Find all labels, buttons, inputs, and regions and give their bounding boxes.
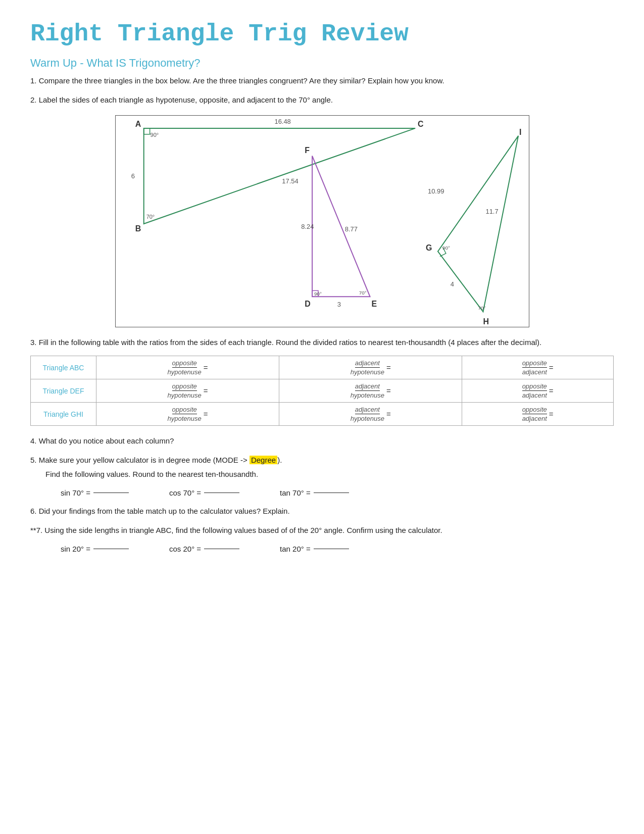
- question-5: 5. Make sure your yellow calculator is i…: [30, 454, 614, 480]
- question-7: **7. Using the side lengths in triangle …: [30, 524, 614, 536]
- question-3: 3. Fill in the following table with the …: [30, 336, 614, 349]
- svg-text:E: E: [371, 300, 377, 308]
- table-row-def: Triangle DEF opposite hypotenuse = adjac…: [31, 379, 614, 403]
- svg-text:8.24: 8.24: [301, 223, 314, 230]
- page-title: Right Triangle Trig Review: [30, 20, 614, 47]
- svg-text:G: G: [426, 243, 432, 252]
- svg-text:B: B: [135, 224, 141, 233]
- abc-col3: opposite adjacent =: [468, 359, 607, 376]
- svg-text:F: F: [305, 146, 310, 155]
- sin70-blank[interactable]: [93, 493, 129, 493]
- svg-text:A: A: [135, 120, 141, 128]
- svg-text:70°: 70°: [146, 214, 155, 220]
- sin70-item: sin 70° =: [61, 488, 129, 497]
- svg-rect-1: [143, 128, 150, 134]
- svg-text:17.54: 17.54: [282, 177, 298, 185]
- tan20-label: tan 20° =: [280, 545, 311, 553]
- cos70-item: cos 70° =: [169, 488, 239, 497]
- triangle-diagram: A B C 90° 70° 6 16.48 17.54 D E F 90° 70…: [115, 115, 529, 327]
- abc-col2: adjacent hypotenuse =: [285, 359, 456, 376]
- triangle-abc-label: Triangle ABC: [43, 364, 84, 372]
- sin20-label: sin 20° =: [61, 545, 90, 553]
- tan20-item: tan 20° =: [280, 545, 349, 553]
- q5-text-a: 5. Make sure your yellow calculator is i…: [30, 456, 250, 464]
- tan70-blank[interactable]: [314, 493, 349, 493]
- svg-text:10.99: 10.99: [428, 187, 444, 195]
- svg-marker-20: [437, 136, 518, 312]
- degree-highlight: Degree: [250, 456, 277, 464]
- table-row-ghi: Triangle GHI opposite hypotenuse = adjac…: [31, 403, 614, 426]
- sin20-item: sin 20° =: [61, 545, 129, 553]
- svg-text:C: C: [418, 120, 424, 128]
- question-4: 4. What do you notice about each column?: [30, 435, 614, 447]
- svg-text:90°: 90°: [442, 245, 450, 251]
- ratio-table: Triangle ABC opposite hypotenuse = adjac…: [30, 356, 614, 426]
- svg-text:90°: 90°: [150, 132, 159, 138]
- sin70-label: sin 70° =: [61, 488, 90, 497]
- triangle-def-label: Triangle DEF: [43, 387, 84, 395]
- svg-text:3: 3: [337, 301, 340, 308]
- cos20-label: cos 20° =: [169, 545, 201, 553]
- question-2: 2. Label the sides of each triangle as h…: [30, 94, 614, 106]
- trig-values-70: sin 70° = cos 70° = tan 70° =: [61, 488, 614, 497]
- tan70-label: tan 70° =: [280, 488, 311, 497]
- svg-text:8.77: 8.77: [344, 225, 357, 233]
- svg-text:4: 4: [450, 280, 454, 288]
- cos20-item: cos 20° =: [169, 545, 239, 553]
- q5-text-c: ).: [277, 456, 282, 464]
- section-heading: Warm Up - What IS Trigonometry?: [30, 57, 614, 70]
- question-6: 6. Did your findings from the table matc…: [30, 505, 614, 517]
- svg-marker-10: [312, 156, 370, 297]
- svg-marker-0: [143, 128, 415, 224]
- sin20-blank[interactable]: [93, 549, 129, 549]
- trig-values-20: sin 20° = cos 20° = tan 20° =: [61, 545, 614, 553]
- question-1: 1. Compare the three triangles in the bo…: [30, 75, 614, 87]
- svg-text:90°: 90°: [314, 291, 322, 297]
- table-row-abc: Triangle ABC opposite hypotenuse = adjac…: [31, 356, 614, 379]
- svg-text:I: I: [519, 128, 521, 136]
- q5-text-d: Find the following values. Round to the …: [45, 468, 614, 480]
- svg-text:11.7: 11.7: [485, 208, 498, 215]
- cos70-label: cos 70° =: [169, 488, 201, 497]
- triangle-ghi-label: Triangle GHI: [43, 410, 83, 418]
- svg-text:70°: 70°: [478, 305, 485, 311]
- svg-text:16.48: 16.48: [274, 118, 290, 125]
- cos20-blank[interactable]: [204, 549, 239, 549]
- cos70-blank[interactable]: [204, 493, 239, 493]
- svg-text:H: H: [483, 317, 489, 326]
- abc-col1: opposite hypotenuse =: [103, 359, 273, 376]
- svg-text:6: 6: [131, 172, 134, 180]
- svg-text:70°: 70°: [359, 290, 366, 296]
- tan70-item: tan 70° =: [280, 488, 349, 497]
- svg-text:D: D: [305, 300, 311, 308]
- tan20-blank[interactable]: [314, 549, 349, 549]
